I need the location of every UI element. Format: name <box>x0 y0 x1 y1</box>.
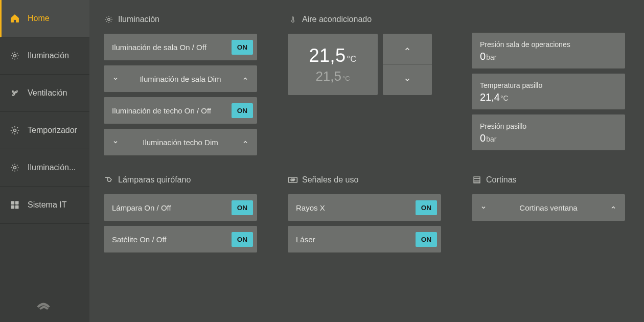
home-icon <box>9 13 20 24</box>
sidebar-item-temporizador[interactable]: Temporizador <box>0 112 89 149</box>
toggle-room-light[interactable]: ON <box>232 40 253 55</box>
it-icon <box>9 199 20 211</box>
sidebar-item-label: Temporizador <box>28 126 77 135</box>
row-label: Lámpara On / Off <box>112 203 171 212</box>
toggle-satellite[interactable]: ON <box>232 232 253 247</box>
row-lamp-onoff: Lámpara On / Off ON <box>104 194 257 221</box>
stat-op-pressure: Presión sala de operaciones 0bar <box>472 33 625 68</box>
svg-point-2 <box>14 167 16 169</box>
section-curtains: Cortinas Cortinas ventana <box>472 175 625 258</box>
row-label: Iluminación de techo On / Off <box>112 106 211 115</box>
chevron-down-icon <box>480 204 487 211</box>
stat-value: 0bar <box>480 132 617 144</box>
section-ac: Aire acondicionado 21,5°C 21,5°C <box>288 14 441 160</box>
section-title-signals: OP Señales de uso <box>288 175 441 185</box>
row-curtains-window[interactable]: Cortinas ventana <box>472 194 625 221</box>
stat-value: 21,4°C <box>480 91 617 103</box>
row-label: Rayos X <box>296 203 325 212</box>
light-icon <box>104 14 114 25</box>
toggle-ceiling-light[interactable]: ON <box>232 103 253 118</box>
svg-point-7 <box>108 18 110 21</box>
section-signals: OP Señales de uso Rayos X ON Láser ON <box>288 175 441 258</box>
sidebar-item-home[interactable]: Home <box>0 0 89 37</box>
chevron-down-icon <box>112 75 119 82</box>
fan-icon <box>9 87 20 99</box>
row-label: Satélite On / Off <box>112 235 166 244</box>
section-title-text: Aire acondicionado <box>302 15 372 24</box>
sidebar-item-label: Sistema IT <box>28 200 66 210</box>
sidebar-item-ventilacion[interactable]: Ventilación <box>0 75 89 112</box>
main-content: Iluminación Iluminación de sala On / Off… <box>89 0 644 322</box>
stat-hall-temp: Temperatura pasillo 21,4°C <box>472 74 625 109</box>
toggle-xray[interactable]: ON <box>416 200 437 215</box>
thermostat-up-button[interactable] <box>383 34 432 65</box>
sidebar-item-label: Iluminación... <box>28 163 76 172</box>
sidebar-item-label: Iluminación <box>28 51 69 60</box>
sidebar-item-sistema-it[interactable]: Sistema IT <box>0 187 89 224</box>
row-label: Láser <box>296 235 315 244</box>
gear-icon <box>9 125 20 136</box>
surgical-lamp-icon <box>104 175 114 185</box>
toggle-laser[interactable]: ON <box>416 232 437 247</box>
row-ceiling-light-onoff: Iluminación de techo On / Off ON <box>104 97 257 124</box>
svg-rect-6 <box>15 205 19 209</box>
svg-point-0 <box>14 55 16 57</box>
thermostat-setpoint: 21,5°C <box>309 45 356 66</box>
row-room-light-dim[interactable]: Iluminación de sala Dim <box>104 65 257 92</box>
row-laser: Láser ON <box>288 226 441 252</box>
thermostat-current: 21,5°C <box>315 68 350 84</box>
section-title-text: Señales de uso <box>302 175 358 185</box>
sidebar-footer-logo <box>0 297 89 312</box>
row-satellite-onoff: Satélite On / Off ON <box>104 226 257 252</box>
row-xray: Rayos X ON <box>288 194 441 221</box>
stat-label: Presión sala de operaciones <box>480 40 617 49</box>
row-label: Iluminación techo Dim <box>119 138 242 147</box>
section-surgical-lamps: Lámparas quirófano Lámpara On / Off ON S… <box>104 175 257 258</box>
section-lighting: Iluminación Iluminación de sala On / Off… <box>104 14 257 160</box>
light-icon <box>9 50 20 61</box>
section-title-text: Lámparas quirófano <box>118 175 191 185</box>
chevron-up-icon <box>242 75 249 82</box>
svg-rect-3 <box>11 201 15 205</box>
sidebar-item-iluminacion-2[interactable]: Iluminación... <box>0 149 89 187</box>
svg-text:OP: OP <box>291 179 295 182</box>
thermostat-stepper <box>383 34 432 95</box>
svg-rect-4 <box>15 201 19 205</box>
chevron-down-icon <box>112 139 119 146</box>
blinds-icon <box>472 175 482 185</box>
section-title-curtains: Cortinas <box>472 175 625 185</box>
sidebar-item-label: Ventilación <box>28 88 67 98</box>
svg-point-1 <box>14 129 16 132</box>
stat-value: 0bar <box>480 51 617 62</box>
stat-label: Temperatura pasillo <box>480 81 617 89</box>
light-icon <box>9 162 20 173</box>
toggle-lamp[interactable]: ON <box>232 200 253 215</box>
chevron-up-icon <box>610 204 617 211</box>
section-title-text: Cortinas <box>486 175 517 185</box>
thermostat-down-button[interactable] <box>383 65 432 96</box>
thermometer-icon <box>288 14 298 25</box>
row-label: Iluminación de sala Dim <box>119 75 242 83</box>
svg-rect-5 <box>11 205 15 209</box>
op-sign-icon: OP <box>288 175 298 185</box>
section-title-ac: Aire acondicionado <box>288 14 441 25</box>
sidebar-item-label: Home <box>28 14 50 23</box>
section-title-text: Iluminación <box>118 15 159 24</box>
thermostat-display: 21,5°C 21,5°C <box>288 34 378 95</box>
stat-hall-pressure: Presión pasillo 0bar <box>472 114 625 150</box>
section-title-lighting: Iluminación <box>104 14 257 25</box>
row-room-light-onoff: Iluminación de sala On / Off ON <box>104 34 257 60</box>
section-title-surgical: Lámparas quirófano <box>104 175 257 185</box>
stat-label: Presión pasillo <box>480 122 617 130</box>
chevron-up-icon <box>242 139 249 146</box>
row-label: Iluminación de sala On / Off <box>112 43 206 52</box>
row-ceiling-light-dim[interactable]: Iluminación techo Dim <box>104 129 257 155</box>
section-stats: . Presión sala de operaciones 0bar Tempe… <box>472 14 625 160</box>
row-label: Cortinas ventana <box>487 203 610 212</box>
sidebar-item-iluminacion[interactable]: Iluminación <box>0 37 89 75</box>
sidebar: Home Iluminación Ventilación Temporizado… <box>0 0 89 322</box>
